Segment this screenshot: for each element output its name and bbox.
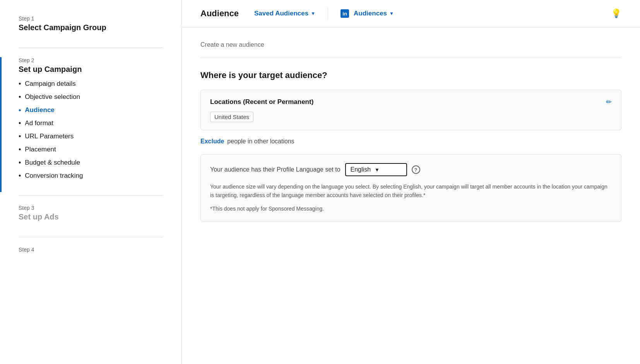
step1-title: Select Campaign Group xyxy=(19,23,163,32)
step2-block: Step 2 Set up Campaign Campaign detailsO… xyxy=(19,57,163,180)
language-row: Your audience has their Profile Language… xyxy=(210,163,612,176)
sidebar-item-campaign-details[interactable]: Campaign details xyxy=(19,80,163,88)
step2-label: Step 2 xyxy=(19,57,163,63)
language-note: *This does not apply for Sponsored Messa… xyxy=(210,204,612,213)
saved-audiences-button[interactable]: Saved Audiences ▼ xyxy=(250,7,320,20)
saved-audiences-label: Saved Audiences xyxy=(254,10,308,17)
language-prefix-text: Your audience has their Profile Language… xyxy=(210,166,341,173)
saved-audiences-chevron-icon: ▼ xyxy=(311,11,315,16)
step3-title: Set up Ads xyxy=(19,213,163,221)
language-card: Your audience has their Profile Language… xyxy=(200,154,621,222)
top-bar-separator xyxy=(328,7,328,20)
help-icon[interactable]: ? xyxy=(412,165,420,174)
location-tag: United States xyxy=(210,112,253,122)
create-new-audience-link: Create a new audience xyxy=(200,41,621,58)
language-select[interactable]: English ▼ xyxy=(345,163,407,176)
sidebar-item-objective-selection[interactable]: Objective selection xyxy=(19,93,163,101)
sidebar-item-conversion-tracking[interactable]: Conversion tracking xyxy=(19,172,163,180)
nav-list: Campaign detailsObjective selectionAudie… xyxy=(19,80,163,180)
main-content: Audience Saved Audiences ▼ in Audiences … xyxy=(182,0,640,364)
locations-title: Locations (Recent or Permanent) xyxy=(210,98,313,106)
exclude-text: people in other locations xyxy=(227,138,294,145)
edit-icon[interactable]: ✏ xyxy=(606,98,612,106)
linkedin-icon: in xyxy=(341,9,349,18)
step1-label: Step 1 xyxy=(19,15,163,22)
divider-1 xyxy=(19,48,163,48)
linkedin-audiences-button[interactable]: in Audiences ▼ xyxy=(336,7,399,20)
exclude-row: Exclude people in other locations xyxy=(200,138,621,145)
step4-block: Step 4 xyxy=(19,247,163,254)
sidebar-item-budget-schedule[interactable]: Budget & schedule xyxy=(19,159,163,167)
language-chevron-down-icon: ▼ xyxy=(375,167,380,173)
section-title: Where is your target audience? xyxy=(200,70,621,80)
linkedin-audiences-label: Audiences xyxy=(354,10,387,17)
step3-label: Step 3 xyxy=(19,205,163,211)
step2-title: Set up Campaign xyxy=(19,65,163,74)
sidebar-item-audience[interactable]: Audience xyxy=(19,106,163,114)
exclude-link[interactable]: Exclude xyxy=(200,138,224,145)
linkedin-audiences-chevron-icon: ▼ xyxy=(389,11,394,16)
step1-block: Step 1 Select Campaign Group xyxy=(19,15,163,32)
audience-title: Audience xyxy=(200,9,239,19)
top-bar-right: 💡 xyxy=(611,9,621,19)
sidebar-item-ad-format[interactable]: Ad format xyxy=(19,119,163,127)
locations-card: Locations (Recent or Permanent) ✏ United… xyxy=(200,90,621,130)
lightbulb-icon[interactable]: 💡 xyxy=(611,9,621,18)
selected-language-label: English xyxy=(351,166,371,173)
sidebar-item-url-parameters[interactable]: URL Parameters xyxy=(19,133,163,140)
step3-block: Step 3 Set up Ads xyxy=(19,205,163,221)
language-description: Your audience size will vary depending o… xyxy=(210,182,612,200)
step4-label: Step 4 xyxy=(19,247,163,253)
content-area: Create a new audience Where is your targ… xyxy=(182,27,640,236)
divider-2 xyxy=(19,195,163,196)
divider-3 xyxy=(19,237,163,237)
sidebar-item-placement[interactable]: Placement xyxy=(19,146,163,153)
sidebar: Step 1 Select Campaign Group Step 2 Set … xyxy=(0,0,182,364)
locations-header: Locations (Recent or Permanent) ✏ xyxy=(210,98,612,106)
top-bar: Audience Saved Audiences ▼ in Audiences … xyxy=(182,0,640,27)
